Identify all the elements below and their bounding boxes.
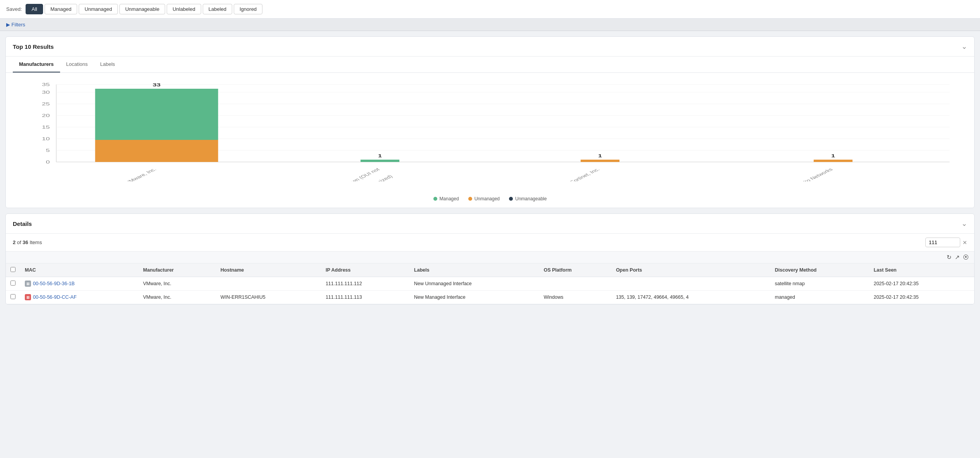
- svg-text:33: 33: [153, 83, 160, 87]
- tab-labels[interactable]: Labels: [94, 57, 121, 72]
- row-checkbox-1[interactable]: [10, 294, 16, 299]
- legend-managed-dot: [433, 197, 437, 201]
- legend-managed: Managed: [433, 196, 459, 201]
- row-checkbox-cell[interactable]: [6, 291, 20, 304]
- row-hostname: WIN-ERR1SCAHIU5: [216, 291, 321, 304]
- svg-text:25: 25: [42, 102, 50, 106]
- row-labels: New Unmanaged Interface: [409, 277, 539, 291]
- col-lastseen: Last Seen: [869, 263, 974, 277]
- filter-btn-all[interactable]: All: [26, 4, 43, 14]
- filter-btn-labeled[interactable]: Labeled: [203, 4, 232, 14]
- svg-text:Unknown (OUI not: Unknown (OUI not: [336, 167, 381, 181]
- filter-btn-unmanaged[interactable]: Unmanaged: [79, 4, 118, 14]
- table-header-row: MAC Manufacturer Hostname IP Address Lab…: [6, 263, 974, 277]
- legend-unmanaged: Unmanaged: [468, 196, 500, 201]
- legend-unmanageable-label: Unmanageable: [515, 196, 547, 201]
- col-hostname: Hostname: [216, 263, 321, 277]
- top-results-title: Top 10 Results: [13, 43, 54, 50]
- row-ports: [611, 277, 770, 291]
- svg-text:30: 30: [42, 90, 50, 95]
- columns-icon[interactable]: ⦿: [963, 254, 969, 261]
- svg-text:Fortinet, Inc.: Fortinet, Inc.: [569, 167, 601, 181]
- bar-vmware-managed: [95, 89, 218, 140]
- filters-row: ▶ Filters: [0, 19, 980, 31]
- device-icon-0: ▦: [25, 281, 31, 287]
- search-input[interactable]: [925, 238, 960, 247]
- top-results-collapse-icon[interactable]: ⌄: [961, 42, 967, 51]
- search-clear-icon[interactable]: ✕: [963, 239, 967, 246]
- legend-managed-label: Managed: [440, 196, 459, 201]
- row-os: [539, 277, 611, 291]
- svg-text:35: 35: [42, 82, 50, 87]
- details-header: Details ⌄: [6, 214, 974, 234]
- filter-btn-managed[interactable]: Managed: [45, 4, 77, 14]
- filter-btn-unlabeled[interactable]: Unlabeled: [167, 4, 201, 14]
- legend-unmanageable: Unmanageable: [509, 196, 547, 201]
- row-os: Windows: [539, 291, 611, 304]
- bar-vmware-unmanaged: [95, 140, 218, 162]
- chart-area: 0 5 10 15 20 25 30 35 33 VMware, Inc. 1 …: [6, 73, 974, 193]
- row-mac: ▦ 00-50-56-9D-CC-AF: [20, 291, 138, 304]
- header-select-all[interactable]: [6, 263, 20, 277]
- svg-text:VMware, Inc.: VMware, Inc.: [124, 167, 157, 181]
- row-manufacturer: VMware, Inc.: [138, 277, 216, 291]
- details-count-text: 2 of 36 Items: [13, 239, 42, 245]
- table-row: ▦ 00-50-56-9D-36-1B VMware, Inc. 111.111…: [6, 277, 974, 291]
- filter-btn-ignored[interactable]: Ignored: [234, 4, 262, 14]
- row-lastseen: 2025-02-17 20:42:35: [869, 291, 974, 304]
- mac-link-1[interactable]: ▦ 00-50-56-9D-CC-AF: [25, 294, 134, 300]
- bar-paloalto-unmanaged: [814, 160, 852, 162]
- chart-legend: Managed Unmanaged Unmanageable: [6, 193, 974, 208]
- device-icon-1: ▦: [25, 294, 31, 300]
- row-checkbox-0[interactable]: [10, 281, 16, 286]
- tab-locations[interactable]: Locations: [60, 57, 94, 72]
- details-title: Details: [13, 220, 32, 227]
- table-row: ▦ 00-50-56-9D-CC-AF VMware, Inc. WIN-ERR…: [6, 291, 974, 304]
- filter-bar: Saved: All Managed Unmanaged Unmanageabl…: [0, 0, 980, 19]
- top-results-header: Top 10 Results ⌄: [6, 37, 974, 57]
- filter-btn-unmanageable[interactable]: Unmanageable: [119, 4, 165, 14]
- col-mac: MAC: [20, 263, 138, 277]
- bar-unknown-managed: [361, 160, 399, 162]
- filters-toggle[interactable]: ▶ Filters: [6, 22, 974, 28]
- svg-text:0: 0: [46, 160, 50, 164]
- row-manufacturer: VMware, Inc.: [138, 291, 216, 304]
- svg-text:10: 10: [42, 136, 50, 141]
- row-labels: New Managed Interface: [409, 291, 539, 304]
- svg-text:1: 1: [831, 153, 835, 158]
- row-lastseen: 2025-02-17 20:42:35: [869, 277, 974, 291]
- row-hostname: [216, 277, 321, 291]
- row-discovery: managed: [770, 291, 869, 304]
- details-card: Details ⌄ 2 of 36 Items ✕ ↻ ↗ ⦿ MAC Manu…: [5, 214, 975, 305]
- legend-unmanageable-dot: [509, 197, 513, 201]
- col-labels: Labels: [409, 263, 539, 277]
- row-ip: 111.111.111.112: [321, 277, 409, 291]
- legend-unmanaged-label: Unmanaged: [474, 196, 500, 201]
- col-ip: IP Address: [321, 263, 409, 277]
- tab-manufacturers[interactable]: Manufacturers: [13, 57, 60, 72]
- row-ports: 135, 139, 17472, 49664, 49665, 4: [611, 291, 770, 304]
- details-count-row: 2 of 36 Items ✕: [6, 234, 974, 251]
- svg-text:15: 15: [42, 125, 50, 129]
- mac-link-0[interactable]: ▦ 00-50-56-9D-36-1B: [25, 281, 134, 287]
- row-mac: ▦ 00-50-56-9D-36-1B: [20, 277, 138, 291]
- saved-label: Saved:: [6, 6, 22, 12]
- top-results-card: Top 10 Results ⌄ Manufacturers Locations…: [5, 36, 975, 208]
- export-icon[interactable]: ↗: [955, 254, 960, 261]
- table-toolbar: ↻ ↗ ⦿: [6, 251, 974, 263]
- svg-text:1: 1: [598, 153, 602, 158]
- refresh-icon[interactable]: ↻: [947, 254, 952, 261]
- col-ports: Open Ports: [611, 263, 770, 277]
- details-collapse-icon[interactable]: ⌄: [961, 219, 967, 228]
- svg-text:Palo Alto Networks: Palo Alto Networks: [788, 167, 834, 181]
- select-all-checkbox[interactable]: [10, 267, 16, 272]
- chart-tabs: Manufacturers Locations Labels: [6, 57, 974, 73]
- col-discovery: Discovery Method: [770, 263, 869, 277]
- svg-text:1: 1: [378, 153, 382, 158]
- row-checkbox-cell[interactable]: [6, 277, 20, 291]
- col-manufacturer: Manufacturer: [138, 263, 216, 277]
- bar-chart: 0 5 10 15 20 25 30 35 33 VMware, Inc. 1 …: [17, 81, 963, 181]
- svg-text:20: 20: [42, 113, 50, 118]
- legend-unmanaged-dot: [468, 197, 472, 201]
- svg-text:5: 5: [46, 148, 50, 153]
